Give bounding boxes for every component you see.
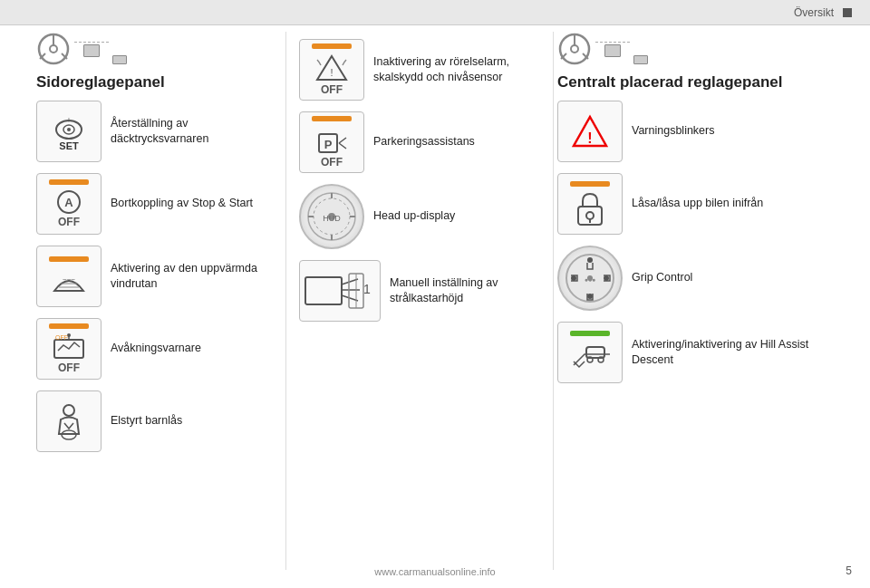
headup-display-button[interactable]: HUD (299, 184, 364, 249)
child-lock-label: Elstyrt barnlås (111, 413, 272, 429)
windscreen-icon: ~~~ (50, 265, 88, 296)
left-header-graphic (36, 32, 272, 66)
orange-indicator (312, 116, 352, 121)
alarm-icon: ! (314, 53, 350, 83)
orange-indicator (49, 323, 89, 329)
headlamp-label: Manuell inställning av strålkastarhöjd (390, 275, 544, 307)
grip-control-label: Grip Control (632, 270, 847, 286)
list-item: HUD Head up-display (299, 184, 544, 249)
list-item: Låsa/låsa upp bilen inifrån (557, 173, 847, 235)
headlamp-button[interactable]: 1 (299, 260, 381, 322)
list-item: ~~~ Aktivering av den uppvärmda vindruta… (36, 246, 272, 307)
website-label: www.carmanualsonline.info (374, 566, 495, 577)
svg-rect-31 (305, 277, 342, 304)
left-section: Sidoreglagepanel ! SET Återställning av … (36, 32, 272, 463)
hill-assist-button[interactable] (557, 322, 623, 383)
parking-btn-label: OFF (321, 156, 343, 169)
svg-point-50 (604, 275, 609, 281)
svg-point-39 (571, 45, 578, 53)
svg-text:!: ! (587, 130, 592, 146)
heated-windscreen-label: Aktivering av den uppvärmda vindrutan (111, 261, 272, 293)
right-header-graphic (557, 32, 847, 66)
lock-icon (575, 190, 605, 227)
header-square (843, 8, 852, 17)
left-section-title: Sidoreglagepanel (36, 73, 272, 92)
svg-text:1: 1 (363, 282, 371, 296)
list-item: ! Varningsblinkers (557, 101, 847, 162)
monitoring-label: Avåkningsvarnare (111, 341, 272, 357)
hill-assist-label: Aktivering/inaktivering av Hill Assist D… (632, 337, 847, 369)
svg-point-8 (67, 128, 71, 131)
svg-point-49 (587, 257, 593, 263)
tyre-btn-label: SET (59, 140, 78, 151)
right-section: Centralt placerad reglagepanel ! Varning… (557, 32, 847, 394)
svg-line-32 (342, 279, 358, 284)
warning-blinkers-button[interactable]: ! (557, 101, 623, 162)
svg-line-34 (342, 295, 358, 301)
lock-unlock-label: Låsa/låsa upp bilen inifrån (632, 196, 847, 212)
svg-point-1 (50, 45, 57, 53)
monitoring-btn-label: OFF (58, 361, 80, 374)
tyre-pressure-button[interactable]: ! SET (36, 101, 102, 162)
stop-start-btn-label: OFF (58, 216, 80, 228)
orange-indicator (49, 179, 89, 185)
parking-assist-button[interactable]: P OFF (299, 111, 364, 173)
svg-text:~~~: ~~~ (63, 275, 75, 284)
grip-control-button[interactable]: ●●● (557, 246, 623, 311)
svg-text:!: ! (330, 67, 333, 78)
list-item: ! SET Återställning av däcktrycksvarnare… (36, 101, 272, 162)
list-item: 1 Manuell inställning av strålkastarhöjd (299, 260, 544, 322)
page-number: 5 (846, 564, 852, 577)
headup-label: Head up-display (373, 208, 544, 225)
divider-mid-right (553, 32, 554, 570)
parking-assist-label: Parkeringsassistans (373, 134, 544, 150)
monitoring-button[interactable]: OFF OFF (36, 318, 102, 380)
tyre-pressure-label: Återställning av däcktrycksvarnaren (111, 116, 272, 148)
svg-text:P: P (324, 138, 333, 151)
warning-blinkers-label: Varningsblinkers (632, 123, 847, 140)
child-lock-icon (52, 401, 86, 441)
orange-indicator (49, 256, 89, 262)
monitor-icon: OFF (51, 333, 87, 361)
headup-icon: HUD (304, 189, 359, 244)
svg-point-51 (587, 294, 593, 299)
svg-text:A: A (64, 196, 73, 209)
headlamp-icon: 1 (304, 268, 376, 313)
right-section-title: Centralt placerad reglagepanel (557, 73, 847, 92)
motion-alarm-button[interactable]: ! OFF (299, 39, 364, 101)
lock-unlock-button[interactable] (557, 173, 623, 235)
green-indicator (570, 331, 610, 336)
middle-section: ! OFF Inaktivering av rörelselarm, skals… (299, 32, 544, 333)
child-lock-button[interactable] (36, 390, 102, 452)
svg-point-18 (63, 405, 74, 416)
list-item: Elstyrt barnlås (36, 390, 272, 452)
header-title: Översikt (794, 6, 834, 19)
hill-assist-icon (570, 340, 610, 374)
svg-text:OFF: OFF (55, 334, 68, 341)
heated-windscreen-button[interactable]: ~~~ (36, 246, 102, 307)
svg-text:!: ! (68, 117, 70, 123)
steering-wheel-icon-left (36, 32, 71, 66)
alarm-btn-label: OFF (321, 83, 343, 96)
list-item: ●●● Grip Control (557, 246, 847, 311)
stop-start-button[interactable]: A OFF (36, 173, 102, 235)
svg-text:HUD: HUD (323, 214, 341, 223)
divider-left-mid (285, 32, 286, 570)
steering-wheel-icon-right (557, 32, 592, 66)
warning-triangle-icon: ! (570, 111, 610, 151)
svg-rect-54 (586, 347, 604, 358)
svg-point-45 (586, 212, 594, 219)
tyre-icon: ! (52, 111, 86, 140)
stop-start-label: Bortkoppling av Stop & Start (111, 196, 272, 212)
list-item: Aktivering/inaktivering av Hill Assist D… (557, 322, 847, 383)
svg-point-52 (571, 275, 576, 281)
header-bar: Översikt (0, 0, 870, 25)
motion-alarm-label: Inaktivering av rörelselarm, skalskydd o… (373, 54, 544, 86)
orange-indicator (312, 43, 352, 49)
list-item: ! OFF Inaktivering av rörelselarm, skals… (299, 39, 544, 101)
grip-control-icon: ●●● (563, 251, 617, 305)
svg-text:●●●: ●●● (585, 276, 596, 283)
orange-indicator (570, 181, 610, 187)
list-item: A OFF Bortkoppling av Stop & Start (36, 173, 272, 235)
parking-icon: P (314, 125, 350, 156)
